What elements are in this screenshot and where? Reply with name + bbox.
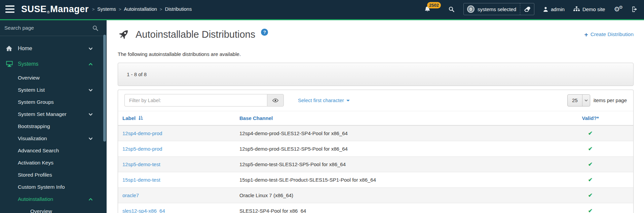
breadcrumb: > Systems > Autoinstallation > Distribut… — [92, 6, 192, 12]
help-icon[interactable]: ? — [261, 29, 268, 36]
clear-selection-eraser-icon[interactable] — [524, 6, 531, 12]
table-row: 15sp1-demo-test15sp1-demo-test-SLE-Produ… — [118, 172, 633, 188]
chevron-down-icon — [88, 46, 93, 51]
items-per-page-control: 25 items per page — [567, 94, 627, 106]
valid-check-icon: ✔ — [588, 130, 593, 136]
base-channel-cell: 12sp5-demo-test-SLES12-SP5-Pool for x86_… — [235, 157, 547, 172]
organization-menu[interactable]: Demo site — [573, 6, 605, 12]
column-header-label: Label — [118, 111, 235, 125]
sidebar-item-home[interactable]: Home — [0, 41, 107, 56]
distribution-label-link[interactable]: 15sp1-demo-test — [122, 177, 160, 183]
home-icon — [6, 45, 14, 52]
sidebar-item-stored-profiles[interactable]: Stored Profiles — [0, 169, 107, 181]
chevron-down-icon — [88, 88, 93, 93]
valid-check-icon: ✔ — [588, 208, 593, 213]
sidebar-item-systems[interactable]: Systems — [0, 56, 107, 72]
chevron-down-icon — [88, 112, 93, 117]
distribution-label-link[interactable]: 12sp5-demo-prod — [122, 146, 162, 152]
sidebar-item-bootstrapping[interactable]: Bootstrapping — [0, 120, 107, 132]
table-row: sles12-sp4-x86_64SLES12-SP4-Pool for x86… — [118, 203, 633, 213]
sidebar-item-system-set-manager[interactable]: System Set Manager — [0, 108, 107, 120]
base-channel-cell: Oracle Linux 7 (x86_64) — [235, 188, 547, 203]
items-per-page-value: 25 — [568, 95, 582, 106]
app-window: SUSE®Manager > Systems > Autoinstallatio… — [0, 0, 644, 213]
chevron-down-icon — [88, 136, 93, 141]
sidebar-item-advanced-search[interactable]: Advanced Search — [0, 145, 107, 157]
breadcrumb-separator: > — [92, 7, 95, 12]
table-row: oracle7Oracle Linux 7 (x86_64)✔ — [118, 188, 633, 203]
sidebar-item-overview[interactable]: Overview — [0, 72, 107, 84]
sidebar-item-label: System Groups — [18, 99, 54, 105]
valid-check-icon: ✔ — [588, 146, 593, 152]
sidebar-item-activation-keys[interactable]: Activation Keys — [0, 157, 107, 169]
page-description: The following autoinstallable distributi… — [118, 51, 634, 57]
sidebar-scrollbar-thumb[interactable] — [103, 35, 106, 142]
base-channel-cell: 12sp5-demo-prod-SLES12-SP5-Pool for x86_… — [235, 141, 547, 157]
distribution-label-link[interactable]: sles12-sp4-x86_64 — [122, 208, 165, 213]
list-panel: Select first character 25 items per page — [118, 90, 634, 213]
column-header-valid: Valid?* — [547, 111, 633, 125]
filter-by-label-input[interactable] — [124, 94, 267, 106]
base-channel-cell: 15sp1-demo-test-SLE-Product-SLES15-SP1-P… — [235, 172, 547, 188]
sidebar-nav: HomeSystemsOverviewSystem ListSystem Gro… — [0, 36, 107, 213]
sidebar-item-label: System Set Manager — [18, 111, 67, 117]
sidebar-item-label: Advanced Search — [18, 148, 59, 154]
sort-by-label-button[interactable]: Label — [122, 115, 143, 121]
brand-manager: Manager — [50, 4, 89, 14]
breadcrumb-autoinstallation[interactable]: Autoinstallation — [124, 6, 157, 12]
sidebar-item-label: Visualization — [18, 135, 47, 142]
breadcrumb-distributions[interactable]: Distributions — [165, 6, 192, 12]
sidebar-item-label: System List — [18, 87, 45, 93]
top-header: SUSE®Manager > Systems > Autoinstallatio… — [0, 0, 644, 20]
distribution-label-link[interactable]: oracle7 — [122, 192, 139, 198]
chevron-down-icon — [582, 95, 590, 106]
search-icon[interactable] — [448, 6, 455, 12]
page-title: Autoinstallable Distributions — [136, 29, 255, 40]
sidebar-item-overview[interactable]: Overview — [0, 205, 107, 213]
sidebar-item-label: Autoinstallation — [18, 196, 53, 202]
menu-icon[interactable] — [5, 5, 14, 13]
search-input[interactable] — [4, 25, 91, 31]
sidebar-item-system-list[interactable]: System List — [0, 84, 107, 96]
select-first-character-dropdown[interactable]: Select first character — [298, 97, 350, 103]
notification-count-badge: 2502 — [427, 2, 441, 8]
table-row: 12sp5-demo-prod12sp5-demo-prod-SLES12-SP… — [118, 141, 633, 157]
brand-suse: SUSE — [21, 4, 47, 14]
user-menu[interactable]: admin — [543, 6, 565, 12]
sidebar-item-visualization[interactable]: Visualization — [0, 132, 107, 145]
valid-check-icon: ✔ — [588, 161, 593, 167]
search-icon[interactable] — [92, 25, 99, 32]
breadcrumb-systems[interactable]: Systems — [97, 6, 116, 12]
column-header-base-channel: Base Channel — [235, 111, 547, 125]
plus-icon: + — [584, 32, 588, 37]
create-distribution-button[interactable]: + Create Distribution — [584, 31, 634, 37]
filter-bar: Select first character 25 items per page — [118, 90, 633, 111]
rocket-icon — [118, 28, 130, 40]
selected-count-badge: 0 — [467, 5, 475, 13]
distribution-label-link[interactable]: 12sp4-demo-prod — [122, 130, 162, 136]
notifications-button[interactable]: 2502 — [424, 6, 431, 13]
sidebar-item-custom-system-info[interactable]: Custom System Info — [0, 181, 107, 193]
sidebar-item-label: Systems — [18, 61, 38, 67]
sidebar-item-system-groups[interactable]: System Groups — [0, 96, 107, 108]
chevron-up-icon — [88, 197, 93, 202]
header-actions: 2502 0 systems selected admin — [424, 3, 638, 15]
items-per-page-label: items per page — [594, 97, 627, 103]
logout-icon[interactable] — [632, 6, 638, 12]
sidebar-item-label: Bootstrapping — [18, 123, 50, 129]
filter-eye-button[interactable] — [267, 94, 284, 106]
system-set-manager-box[interactable]: 0 systems selected — [463, 3, 534, 15]
user-name: admin — [551, 6, 565, 12]
base-channel-cell: SLES12-SP4-Pool for x86_64 — [235, 203, 547, 213]
chevron-up-icon — [88, 62, 93, 67]
sidebar-item-autoinstallation[interactable]: Autoinstallation — [0, 193, 107, 205]
title-group: Autoinstallable Distributions ? — [118, 28, 268, 40]
sidebar-item-label: Custom System Info — [18, 184, 65, 190]
sidebar-item-label: Stored Profiles — [18, 172, 52, 178]
settings-gears-icon[interactable]: ⚙ ⚙ — [614, 6, 623, 12]
gear-icon: ⚙ — [619, 5, 623, 9]
select-first-character-label: Select first character — [298, 97, 344, 103]
items-per-page-select[interactable]: 25 — [567, 94, 590, 106]
suse-manager-logo[interactable]: SUSE®Manager — [21, 4, 89, 14]
distribution-label-link[interactable]: 12sp5-demo-test — [122, 161, 160, 167]
